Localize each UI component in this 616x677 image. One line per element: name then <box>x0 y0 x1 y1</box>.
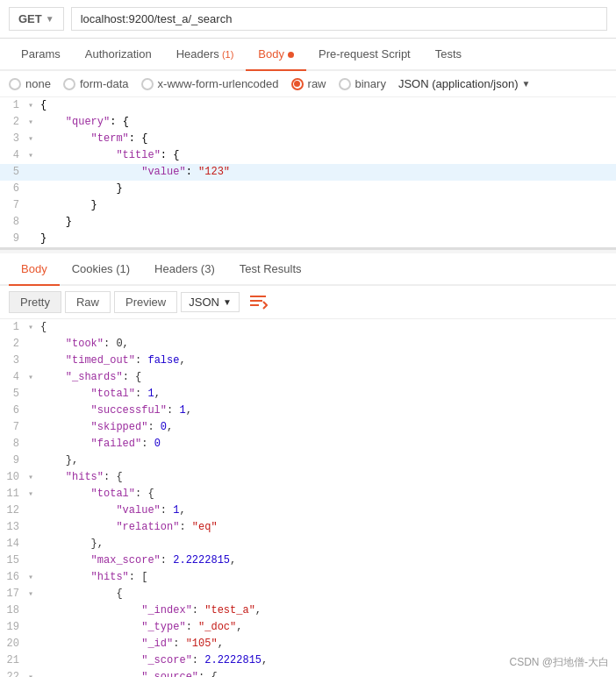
line-content: { <box>40 319 612 336</box>
line-toggle[interactable] <box>28 386 40 403</box>
body-option-x-www-form-urlencoded[interactable]: x-www-form-urlencoded <box>141 77 279 90</box>
line-toggle[interactable] <box>28 552 40 569</box>
code-line: 3 "timed_out": false, <box>0 353 616 369</box>
line-toggle[interactable] <box>28 453 40 469</box>
code-line: 18 "_index": "test_a", <box>0 602 616 619</box>
line-number: 19 <box>4 619 28 636</box>
line-content: "relation": "eq" <box>40 519 612 536</box>
line-toggle[interactable]: ▾ <box>28 486 40 502</box>
line-toggle[interactable]: ▾ <box>28 369 40 386</box>
line-content: "_id": "105", <box>40 636 612 652</box>
url-input[interactable] <box>71 7 607 31</box>
body-option-label: none <box>25 77 51 90</box>
line-content: } <box>40 181 612 197</box>
line-toggle[interactable]: ▾ <box>28 586 40 602</box>
resp-tab-body[interactable]: Body <box>9 253 60 286</box>
code-line: 8 "failed": 0 <box>0 436 616 453</box>
line-content: "hits": { <box>40 469 612 486</box>
svg-rect-1 <box>250 300 262 302</box>
line-toggle[interactable] <box>28 519 40 536</box>
json-format-dropdown[interactable]: JSON (application/json)▼ <box>398 77 530 90</box>
code-line: 19 "_type": "_doc", <box>0 619 616 636</box>
code-line: 2 "took": 0, <box>0 336 616 353</box>
tab-headers[interactable]: Headers (1) <box>164 39 247 71</box>
view-btn-preview[interactable]: Preview <box>114 291 177 313</box>
radio-icon <box>63 78 75 90</box>
line-number: 21 <box>4 652 28 669</box>
line-toggle[interactable] <box>28 502 40 519</box>
line-toggle[interactable]: ▾ <box>28 469 40 486</box>
line-toggle[interactable]: ▾ <box>28 147 40 164</box>
format-select[interactable]: JSON ▼ <box>181 292 240 312</box>
tab-authorization[interactable]: Authorization <box>73 39 164 71</box>
view-btn-raw[interactable]: Raw <box>65 291 111 313</box>
line-content: "max_score": 2.2222815, <box>40 552 612 569</box>
line-content: "total": 1, <box>40 386 612 403</box>
code-line: 4▾ "title": { <box>0 147 616 164</box>
view-options: PrettyRawPreviewJSON ▼ <box>0 286 616 319</box>
line-toggle[interactable] <box>28 214 40 231</box>
resp-tab-cookies--1-[interactable]: Cookies (1) <box>60 253 142 286</box>
resp-tab-test-results[interactable]: Test Results <box>227 253 314 286</box>
line-toggle[interactable] <box>28 231 40 247</box>
line-toggle[interactable] <box>28 602 40 619</box>
method-select[interactable]: GET ▼ <box>9 7 64 31</box>
tab-tests[interactable]: Tests <box>423 39 474 71</box>
line-number: 6 <box>4 181 28 197</box>
view-btn-pretty[interactable]: Pretty <box>9 291 61 313</box>
line-content: }, <box>40 536 612 552</box>
body-option-raw[interactable]: raw <box>291 77 326 90</box>
response-section: BodyCookies (1)Headers (3)Test Results P… <box>0 253 616 677</box>
line-toggle[interactable] <box>28 619 40 636</box>
line-content: "hits": [ <box>40 569 612 586</box>
line-content: "title": { <box>40 147 612 164</box>
line-toggle[interactable] <box>28 419 40 436</box>
code-line: 20 "_id": "105", <box>0 636 616 652</box>
line-toggle[interactable] <box>28 197 40 214</box>
line-number: 1 <box>4 319 28 336</box>
line-number: 3 <box>4 131 28 147</box>
body-option-form-data[interactable]: form-data <box>63 77 129 90</box>
line-content: "failed": 0 <box>40 436 612 453</box>
line-content: "_shards": { <box>40 369 612 386</box>
svg-rect-2 <box>250 304 259 306</box>
request-body-editor[interactable]: 1▾{2▾ "query": {3▾ "term": {4▾ "title": … <box>0 97 616 250</box>
svg-rect-0 <box>250 296 266 297</box>
code-line: 15 "max_score": 2.2222815, <box>0 552 616 569</box>
line-toggle[interactable] <box>28 436 40 453</box>
line-content: }, <box>40 453 612 469</box>
resp-tab-headers--3-[interactable]: Headers (3) <box>142 253 227 286</box>
wrap-toggle-icon[interactable] <box>248 291 268 313</box>
request-bar: GET ▼ <box>0 0 616 39</box>
line-number: 20 <box>4 636 28 652</box>
code-line: 16▾ "hits": [ <box>0 569 616 586</box>
line-toggle[interactable]: ▾ <box>28 97 40 114</box>
line-content: "took": 0, <box>40 336 612 353</box>
body-option-binary[interactable]: binary <box>339 77 386 90</box>
radio-icon <box>339 78 351 90</box>
line-toggle[interactable] <box>28 652 40 669</box>
code-line: 4▾ "_shards": { <box>0 369 616 386</box>
line-toggle[interactable] <box>28 636 40 652</box>
line-number: 6 <box>4 403 28 419</box>
line-toggle[interactable]: ▾ <box>28 319 40 336</box>
line-toggle[interactable] <box>28 536 40 552</box>
line-toggle[interactable] <box>28 403 40 419</box>
line-content: "skipped": 0, <box>40 419 612 436</box>
tab-params[interactable]: Params <box>9 39 73 71</box>
line-toggle[interactable] <box>28 336 40 353</box>
line-toggle[interactable]: ▾ <box>28 669 40 677</box>
line-toggle[interactable] <box>28 181 40 197</box>
tab-pre-request-script[interactable]: Pre-request Script <box>306 39 423 71</box>
line-toggle[interactable] <box>28 353 40 369</box>
line-number: 14 <box>4 536 28 552</box>
line-toggle[interactable]: ▾ <box>28 114 40 131</box>
line-toggle[interactable]: ▾ <box>28 131 40 147</box>
line-toggle[interactable]: ▾ <box>28 569 40 586</box>
line-toggle[interactable] <box>28 164 40 181</box>
tab-body[interactable]: Body <box>246 39 306 71</box>
line-content: "_source": { <box>40 669 612 677</box>
body-option-none[interactable]: none <box>9 77 51 90</box>
code-line: 11▾ "total": { <box>0 486 616 502</box>
code-line: 1▾{ <box>0 97 616 114</box>
